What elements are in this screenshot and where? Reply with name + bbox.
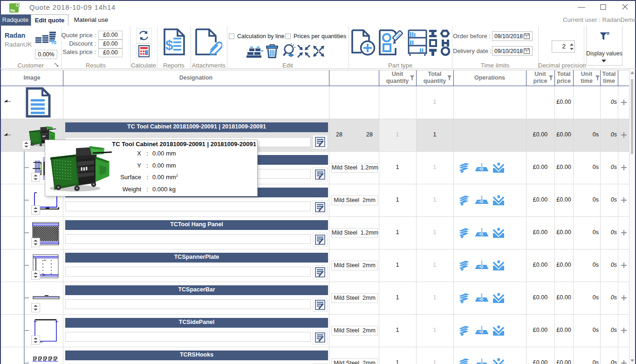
svg-text:7: 7: [526, 35, 527, 39]
svg-text:2x: 2x: [43, 273, 46, 276]
svg-text:$: $: [165, 37, 173, 53]
svg-text:Ra: Ra: [10, 8, 15, 13]
svg-text:7: 7: [526, 50, 527, 54]
svg-text:4x: 4x: [44, 259, 47, 262]
